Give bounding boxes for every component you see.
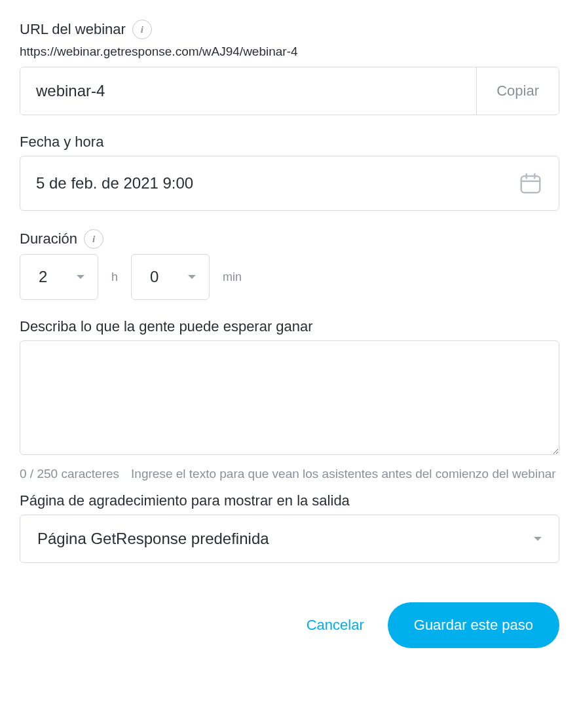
thankyou-dropdown[interactable]: Página GetResponse predefinida — [20, 515, 559, 563]
duration-row: 2 h 0 min — [20, 254, 559, 300]
webinar-slug-input[interactable] — [20, 67, 476, 115]
description-group: Describa lo que la gente puede esperar g… — [20, 318, 559, 483]
chevron-down-icon — [188, 275, 196, 279]
cancel-button[interactable]: Cancelar — [307, 617, 364, 634]
webinar-url-label: URL del webinar — [20, 21, 126, 38]
thankyou-selected: Página GetResponse predefinida — [37, 530, 269, 548]
thankyou-label: Página de agradecimiento para mostrar en… — [20, 492, 350, 509]
duration-label: Duración — [20, 230, 77, 247]
label-row: Duración i — [20, 229, 559, 249]
datetime-label: Fecha y hora — [20, 134, 103, 151]
description-textarea[interactable] — [20, 340, 559, 455]
label-row: Fecha y hora — [20, 134, 559, 151]
webinar-full-url: https://webinar.getresponse.com/wAJ94/we… — [20, 45, 559, 59]
thankyou-group: Página de agradecimiento para mostrar en… — [20, 492, 559, 563]
chevron-down-icon — [77, 275, 84, 279]
description-helper-row: 0 / 250 caracteres Ingrese el texto para… — [20, 465, 559, 483]
minutes-select[interactable]: 0 — [131, 254, 210, 300]
info-icon[interactable]: i — [132, 20, 152, 39]
minutes-unit: min — [223, 270, 242, 284]
hours-value: 2 — [39, 268, 47, 286]
description-helper: Ingrese el texto para que vean los asist… — [131, 465, 559, 483]
hours-unit: h — [111, 270, 118, 284]
copy-button[interactable]: Copiar — [476, 67, 559, 115]
char-count: 0 / 250 caracteres — [20, 465, 119, 483]
description-label: Describa lo que la gente puede esperar g… — [20, 318, 313, 335]
info-icon[interactable]: i — [84, 229, 103, 249]
hours-select[interactable]: 2 — [20, 254, 98, 300]
datetime-value: 5 de feb. de 2021 9:00 — [36, 174, 193, 192]
label-row: URL del webinar i — [20, 20, 559, 39]
webinar-url-group: URL del webinar i https://webinar.getres… — [20, 20, 559, 115]
save-button[interactable]: Guardar este paso — [388, 602, 559, 648]
duration-group: Duración i 2 h 0 min — [20, 229, 559, 300]
datetime-group: Fecha y hora 5 de feb. de 2021 9:00 — [20, 134, 559, 211]
label-row: Página de agradecimiento para mostrar en… — [20, 492, 559, 509]
label-row: Describa lo que la gente puede esperar g… — [20, 318, 559, 335]
calendar-icon — [518, 171, 543, 196]
minutes-value: 0 — [150, 268, 159, 286]
actions-row: Cancelar Guardar este paso — [20, 602, 559, 648]
datetime-picker[interactable]: 5 de feb. de 2021 9:00 — [20, 156, 559, 211]
svg-rect-0 — [521, 176, 540, 192]
url-input-row: Copiar — [20, 67, 559, 115]
chevron-down-icon — [534, 537, 542, 541]
